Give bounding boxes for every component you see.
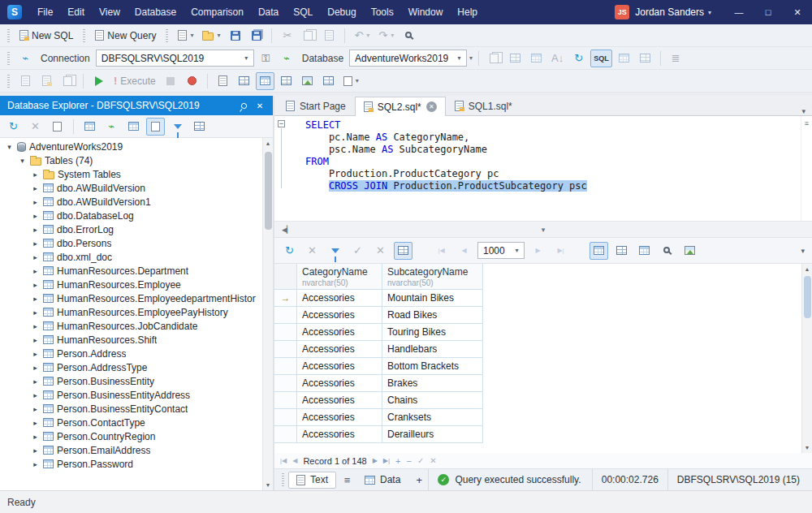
pivot-button[interactable] [277, 72, 296, 90]
last-record-button[interactable]: ▶| [383, 457, 390, 464]
page-size-select[interactable]: 1000 ▾ [477, 242, 525, 259]
sql-window-button[interactable]: SQL [590, 50, 612, 67]
new-connection-button[interactable]: ⌁ [278, 50, 296, 67]
expand-icon[interactable]: ▸ [31, 170, 40, 179]
expand-icon[interactable]: ▸ [31, 267, 40, 275]
tree-item[interactable]: ▸HumanResources.Shift [0, 333, 262, 347]
query-plan-button[interactable] [214, 72, 232, 90]
next-record-button[interactable]: ▶ [373, 457, 378, 464]
scroll-track[interactable] [802, 274, 812, 442]
table-row[interactable]: AccessoriesRoad Bikes [274, 307, 801, 324]
grid-cell[interactable]: Accessories [297, 290, 382, 307]
row-indicator[interactable] [274, 409, 297, 426]
grid-cell[interactable]: Accessories [297, 375, 382, 392]
menu-item-window[interactable]: Window [401, 0, 451, 24]
card-view-button[interactable] [612, 242, 631, 260]
scroll-track[interactable] [263, 149, 273, 480]
wrap-toggle-button[interactable]: ≡ [338, 471, 356, 489]
table-row[interactable]: →AccessoriesMountain Bikes [274, 290, 801, 307]
execute-play-button[interactable] [89, 72, 108, 90]
expand-icon[interactable]: ▸ [31, 377, 40, 386]
grid-cell[interactable]: Accessories [297, 426, 382, 443]
scroll-up-icon[interactable]: ▲ [802, 264, 812, 274]
new-object-button[interactable] [124, 118, 143, 136]
cancel-edit-button[interactable]: ✕ [430, 456, 436, 465]
tree-item[interactable]: ▸dbo.AWBuildVersion1 [0, 195, 262, 209]
pivot-view-button[interactable] [635, 242, 654, 260]
export-results-button[interactable] [319, 72, 338, 90]
discard-changes-button[interactable]: ✕ [371, 242, 390, 260]
row-indicator[interactable] [274, 324, 297, 341]
explorer-options-button[interactable] [190, 118, 209, 136]
row-indicator[interactable] [274, 307, 297, 324]
table-row[interactable]: AccessoriesDerailleurs [274, 426, 801, 443]
collapse-icon[interactable]: ▾ [5, 143, 14, 151]
toolbar-overflow-chevron-icon[interactable]: ▾ [801, 247, 806, 255]
results-grid-button[interactable] [256, 72, 274, 90]
splitter-handle-icon[interactable]: ▾ [542, 226, 546, 234]
minimize-button[interactable]: — [724, 0, 754, 24]
export-data-button[interactable] [680, 242, 699, 260]
scroll-thumb[interactable] [804, 276, 811, 318]
tree-item[interactable]: ▸HumanResources.Employee [0, 278, 262, 291]
chevron-down-icon[interactable]: ▾ [366, 32, 369, 39]
table-row[interactable]: AccessoriesBrakes [274, 375, 801, 392]
tree-item[interactable]: ▸Person.Address [0, 347, 262, 360]
tab-sql1[interactable]: SQL1.sql* [446, 96, 521, 115]
new-connection-button[interactable]: ⌁ [102, 118, 121, 136]
expand-icon[interactable]: ▸ [31, 433, 40, 441]
execute-button[interactable]: ! Execute [110, 72, 159, 90]
tree-item[interactable]: ▸Person.ContactType [0, 416, 262, 429]
scroll-thumb[interactable] [265, 152, 272, 230]
expand-icon[interactable]: ▸ [31, 226, 40, 234]
expand-icon[interactable]: ▸ [31, 350, 40, 358]
chevron-down-icon[interactable]: ▾ [240, 50, 253, 66]
save-button[interactable] [226, 27, 244, 45]
delete-record-button[interactable]: − [407, 456, 412, 466]
prev-record-button[interactable]: ◀ [292, 457, 297, 464]
expand-icon[interactable]: ▸ [31, 295, 40, 303]
tree-item[interactable]: ▸dbo.Persons [0, 236, 262, 250]
editor-code[interactable]: SELECT pc.Name AS CategoryName, psc.Name… [289, 116, 801, 221]
tab-list-chevron-icon[interactable]: ▾ [795, 107, 812, 115]
grid-cell[interactable]: Accessories [297, 409, 382, 426]
toolbar-grip[interactable] [282, 473, 284, 486]
expand-icon[interactable]: ▸ [31, 405, 40, 413]
collapse-icon[interactable]: ▾ [18, 157, 27, 165]
connection-select[interactable]: DBFSQLSRV\SQL2019 ▾ [96, 50, 254, 67]
expand-icon[interactable]: ▸ [31, 460, 40, 468]
expand-icon[interactable]: ▸ [31, 364, 40, 372]
data-compare-button[interactable] [506, 50, 525, 67]
grid-view-button[interactable] [590, 242, 608, 260]
copy-button[interactable] [299, 27, 317, 45]
new-table-button[interactable] [80, 118, 99, 136]
scroll-down-icon[interactable]: ▼ [802, 442, 812, 453]
toolbar-grip[interactable] [7, 75, 10, 88]
user-menu-chevron-icon[interactable]: ▾ [708, 9, 711, 16]
results-refresh-button[interactable]: ↻ [280, 242, 299, 260]
grid-cell[interactable]: Road Bikes [382, 307, 483, 324]
menu-item-edit[interactable]: Edit [60, 0, 92, 24]
scroll-down-icon[interactable]: ▼ [263, 480, 273, 490]
menu-item-view[interactable]: View [92, 0, 127, 24]
grid-cell[interactable]: Bottom Brackets [382, 358, 483, 375]
results-filter-button[interactable] [326, 242, 344, 260]
tree-item[interactable]: ▸Person.EmailAddress [0, 443, 262, 457]
profiler-button[interactable] [183, 72, 201, 90]
tree-item[interactable]: ▸dbo.DatabaseLog [0, 209, 262, 222]
chevron-down-icon[interactable]: ▾ [190, 32, 193, 39]
save-all-button[interactable] [247, 27, 266, 45]
prev-page-button[interactable]: ◀ [455, 242, 473, 260]
expand-icon[interactable]: ▸ [31, 253, 40, 261]
open-file-button[interactable]: ▾ [199, 27, 223, 45]
results-grid[interactable]: CategoryNamenvarchar(50)SubcategoryNamen… [274, 264, 801, 453]
editor-results-splitter[interactable]: ◀▏ ▾ [274, 222, 812, 238]
tree-item[interactable]: ▸HumanResources.Department [0, 264, 262, 278]
format-button[interactable] [37, 72, 56, 90]
results-cancel-button[interactable]: ✕ [303, 242, 322, 260]
expand-icon[interactable]: ▸ [31, 281, 40, 289]
tree-item[interactable]: ▸HumanResources.EmployeedepartmentHistor [0, 291, 262, 305]
close-button[interactable]: ✕ [783, 0, 812, 24]
tab-sql2[interactable]: SQL2.sql* ✕ [355, 97, 446, 116]
script-table-button[interactable] [615, 50, 633, 67]
